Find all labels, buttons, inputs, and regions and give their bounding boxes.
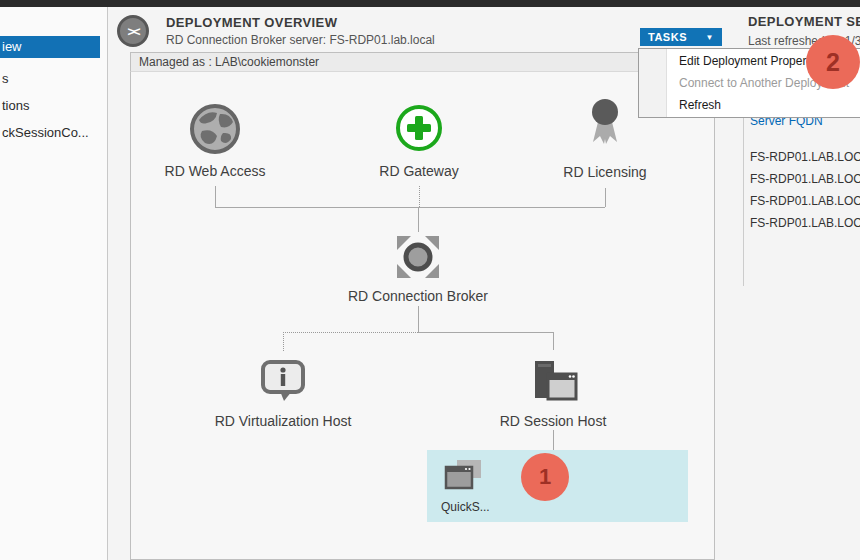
node-label-gateway[interactable]: RD Gateway [349,163,489,179]
managed-as-bar: Managed as : LAB\cookiemonster [130,52,715,72]
connector-broker-bottom-stub [418,306,419,332]
collection-label[interactable]: QuickS... [441,500,490,514]
server-row[interactable]: FS-RDP01.LAB.LOCAL [750,216,860,231]
session-host-icon[interactable] [527,358,579,410]
sidebar-item-collections[interactable]: tions [0,96,107,116]
chevron-down-icon: ▼ [706,33,714,42]
server-row[interactable]: FS-RDP01.LAB.LOCAL [750,150,860,165]
license-ribbon-icon[interactable] [586,98,624,154]
menu-item-refresh[interactable]: Refresh [679,94,860,116]
connector-webaccess-stub [215,186,216,207]
node-label-connection-broker[interactable]: RD Connection Broker [338,288,498,304]
menu-icon-gutter [639,49,667,117]
page-subtitle: RD Connection Broker server: FS-RDP01.la… [166,33,435,47]
connector-top-horizontal [215,207,605,208]
deployment-servers-title: DEPLOYMENT SERVERS [748,14,860,30]
connector-bottom-horizontal-dotted [283,332,418,333]
sidebar: iew s tions ckSessionCo... [0,7,107,560]
node-label-virtualization-host[interactable]: RD Virtualization Host [203,413,363,429]
window-top-bar [0,0,860,7]
sidebar-item-servers[interactable]: s [0,69,107,89]
connector-bottom-horizontal-solid [418,332,553,333]
sidebar-separator [107,7,108,560]
page-title: DEPLOYMENT OVERVIEW [166,15,337,30]
gateway-plus-icon[interactable] [395,104,443,156]
virtualization-host-icon[interactable] [260,359,306,407]
globe-icon[interactable] [189,103,241,159]
server-row[interactable]: FS-RDP01.LAB.LOCAL [750,194,860,209]
node-label-session-host[interactable]: RD Session Host [473,413,633,429]
connector-licensing-stub [605,188,606,207]
connector-gateway-stub [419,186,420,207]
connection-broker-icon[interactable] [394,233,442,285]
node-label-licensing[interactable]: RD Licensing [535,164,675,180]
connector-virtualization-stub [283,332,284,351]
sidebar-item-quicksessioncollection[interactable]: ckSessionCo... [0,123,107,143]
connector-sessionhost-stub [553,332,554,350]
tasks-button-label: TASKS [648,31,687,43]
sidebar-item-overview[interactable]: iew [0,36,100,58]
collection-windows-icon[interactable] [443,458,485,500]
rds-overview-icon: >< [117,15,149,47]
node-label-web-access[interactable]: RD Web Access [145,163,285,179]
annotation-badge-2: 2 [806,35,860,89]
connector-broker-top-stub [418,207,419,232]
server-table-border [743,106,744,286]
server-row[interactable]: FS-RDP01.LAB.LOCAL [750,172,860,187]
tasks-button[interactable]: TASKS ▼ [640,28,722,46]
connector-collection-stub [553,430,554,450]
annotation-badge-1: 1 [521,453,569,501]
